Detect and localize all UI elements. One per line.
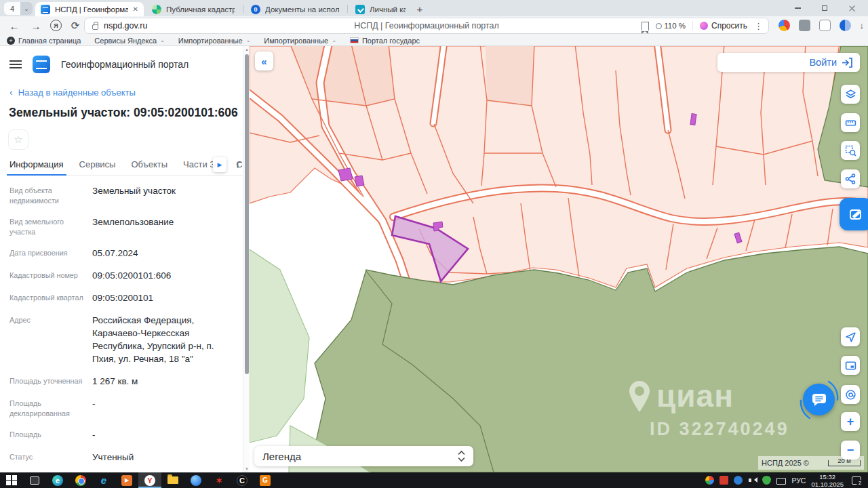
taskbar-app-icon[interactable]: G <box>254 472 277 488</box>
taskbar-app-icon[interactable] <box>184 472 208 488</box>
volume-icon[interactable] <box>748 476 757 485</box>
browser-tab-pkk[interactable]: Публичная кадастровая <box>146 2 240 16</box>
language-indicator[interactable]: РУС <box>791 476 806 485</box>
feedback-draw-button[interactable] <box>840 198 868 230</box>
tab-clipped[interactable]: Г <box>237 160 241 170</box>
screen: 4 ⌄ НСПД | Геоинформаци ✕ Публичная када… <box>0 0 868 488</box>
clock[interactable]: 15:32 01.10.2025 <box>811 473 844 488</box>
yandex-home-icon[interactable]: Я <box>50 20 62 31</box>
taskbar-ie-icon[interactable]: e <box>92 472 115 488</box>
back-to-results-link[interactable]: ‹ Назад в найденные объекты <box>9 87 243 98</box>
layers-button[interactable] <box>841 85 860 104</box>
watermark-text: циан <box>656 380 734 412</box>
login-icon <box>842 58 853 68</box>
account-favicon-icon <box>355 5 365 14</box>
bookmark-imported-1[interactable]: Импортированные⌄ <box>178 37 251 45</box>
share-button[interactable] <box>841 169 860 188</box>
magnifier-icon <box>656 23 662 29</box>
window-close-button[interactable] <box>838 0 865 16</box>
tray-icon[interactable] <box>734 476 743 485</box>
start-button[interactable] <box>0 472 23 488</box>
notification-center-icon[interactable]: 2 <box>852 476 861 485</box>
ask-alice-button[interactable]: Спросить <box>692 21 747 30</box>
tab-objects[interactable]: Объекты <box>131 159 167 169</box>
tray-icon[interactable] <box>705 476 714 485</box>
bookmark-flag-icon[interactable] <box>642 22 649 30</box>
tab-services[interactable]: Сервисы <box>79 159 116 169</box>
expand-collapse-icon[interactable] <box>458 450 465 462</box>
field-row: Площадь уточненная1 267 кв. м <box>9 370 235 392</box>
field-row: АдресРоссийская Федерация, Карачаево-Чер… <box>9 309 235 370</box>
field-row: Площадь декларированная- <box>9 392 235 424</box>
taskbar-chrome-icon[interactable] <box>69 472 92 488</box>
tray-icon[interactable] <box>719 476 728 485</box>
hamburger-menu-icon[interactable] <box>9 60 22 68</box>
copyright-text: НСПД 2025 © <box>762 459 809 467</box>
browser-tab-docs[interactable]: 0 Документы на исполнен <box>245 2 344 16</box>
legend-bar[interactable]: Легенда <box>254 446 473 466</box>
task-view-button[interactable] <box>23 472 46 488</box>
field-row: Площадь- <box>9 424 235 446</box>
bookmark-gosuslugi[interactable]: Портал государс <box>350 37 420 45</box>
docs-favicon-icon: 0 <box>251 5 260 14</box>
downloads-icon[interactable]: ↓ <box>860 20 865 30</box>
watermark-id: ID 322740249 <box>650 419 789 440</box>
tabs-overflow-button[interactable]: ▶ <box>213 157 226 172</box>
extension-icon[interactable] <box>819 20 831 31</box>
taskbar-edge-icon[interactable]: e <box>46 472 69 488</box>
bookmark-yandex-services[interactable]: Сервисы Яндекса⌄ <box>94 37 164 45</box>
zoom-level[interactable]: 110 % <box>656 22 686 30</box>
area-select-search-button[interactable] <box>841 141 860 160</box>
back-button[interactable]: ← <box>5 16 23 35</box>
chat-bubble-icon <box>810 391 828 409</box>
panel-tabs: Информация Сервисы Объекты Части ЗУ Сост… <box>9 159 243 176</box>
taskbar-yandex-browser-icon[interactable]: Y <box>138 472 161 488</box>
tab-group-count: 4 <box>4 2 20 15</box>
reload-button[interactable]: ⟳ <box>66 16 84 35</box>
area-search-icon <box>845 145 856 157</box>
chat-button[interactable] <box>803 384 835 415</box>
system-tray: РУС 15:32 01.10.2025 2 <box>705 473 868 488</box>
address-bar[interactable]: nspd.gov.ru НСПД | Геоинформационный пор… <box>84 18 769 34</box>
extension-icon[interactable] <box>778 20 790 31</box>
taskbar-media-icon[interactable]: ▶ <box>115 472 138 488</box>
tab-information[interactable]: Информация <box>9 159 64 169</box>
collapse-panel-button[interactable]: « <box>255 52 273 70</box>
browser-tab-account[interactable]: Личный кабинет <box>350 2 411 16</box>
at-search-icon <box>845 389 856 401</box>
scrollbar-thumb[interactable] <box>245 54 249 374</box>
taskbar-app-icon[interactable]: ✶ <box>208 472 231 488</box>
network-icon[interactable] <box>776 478 786 485</box>
search-coordinates-button[interactable] <box>841 385 860 404</box>
field-row: Дата присвоения05.07.2024 <box>9 242 235 264</box>
overview-map-button[interactable] <box>841 356 860 375</box>
forward-button[interactable]: → <box>27 16 45 35</box>
bookmark-imported-2[interactable]: Импортированные⌄ <box>264 37 336 45</box>
zoom-in-button[interactable]: + <box>841 412 860 431</box>
antivirus-icon[interactable] <box>762 476 771 485</box>
windows-taskbar: e e ▶ Y ✶ C G РУС 15:32 01.10.2025 2 <box>0 472 868 488</box>
layers-icon <box>845 89 856 100</box>
new-tab-button[interactable]: + <box>412 1 427 16</box>
taskbar-app-icon[interactable]: C <box>231 472 254 488</box>
chevron-down-icon[interactable]: ⌄ <box>20 2 33 15</box>
close-tab-icon[interactable]: ✕ <box>133 5 138 13</box>
panel-scrollbar[interactable]: ▲ ▼ <box>243 46 250 472</box>
more-menu-icon[interactable]: ⋮ <box>754 21 763 31</box>
favorite-star-button[interactable]: ☆ <box>8 129 28 150</box>
cadastral-map[interactable]: « Войти + − <box>250 46 868 472</box>
login-button[interactable]: Войти <box>717 53 860 72</box>
bookmark-home[interactable]: +Главная страница <box>7 37 81 45</box>
parcel-title: Земельный участок: 09:05:0200101:606 <box>9 106 243 120</box>
my-location-button[interactable] <box>841 327 860 346</box>
map-attribution: НСПД 2025 © 20 м <box>758 456 864 470</box>
tab-title: Личный кабинет <box>370 5 406 14</box>
ruler-button[interactable] <box>841 113 860 132</box>
browser-tab-nspd[interactable]: НСПД | Геоинформаци ✕ <box>35 2 144 16</box>
window-minimize-button[interactable] <box>784 0 811 16</box>
extension-icon[interactable] <box>840 20 851 31</box>
tab-group-counter[interactable]: 4 ⌄ <box>4 2 33 15</box>
window-maximize-button[interactable] <box>811 0 838 16</box>
extension-icon[interactable] <box>799 20 810 31</box>
taskbar-explorer-icon[interactable] <box>161 472 184 488</box>
